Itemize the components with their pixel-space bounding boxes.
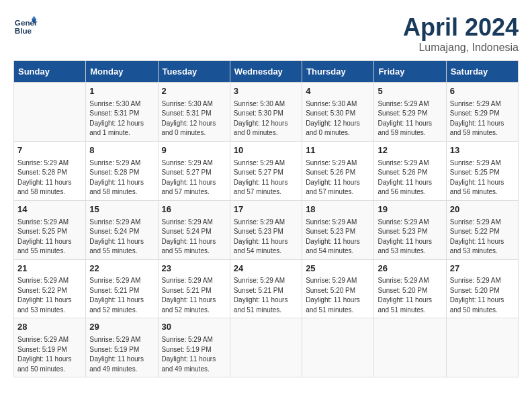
day-number: 2	[162, 85, 226, 98]
day-info: Sunrise: 5:29 AMSunset: 5:21 PMDaylight:…	[162, 276, 226, 315]
calendar-cell: 4Sunrise: 5:30 AMSunset: 5:30 PMDaylight…	[302, 83, 374, 142]
day-number: 20	[450, 203, 515, 216]
day-info: Sunrise: 5:29 AMSunset: 5:21 PMDaylight:…	[89, 276, 154, 315]
logo: General Blue	[13, 13, 38, 38]
calendar-cell: 26Sunrise: 5:29 AMSunset: 5:20 PMDayligh…	[374, 259, 446, 318]
day-info: Sunrise: 5:29 AMSunset: 5:26 PMDaylight:…	[306, 158, 370, 197]
day-info: Sunrise: 5:30 AMSunset: 5:30 PMDaylight:…	[234, 99, 298, 138]
day-info: Sunrise: 5:29 AMSunset: 5:27 PMDaylight:…	[162, 158, 226, 197]
calendar-cell: 8Sunrise: 5:29 AMSunset: 5:28 PMDaylight…	[86, 141, 158, 200]
svg-text:Blue: Blue	[15, 26, 32, 35]
calendar-cell: 10Sunrise: 5:29 AMSunset: 5:27 PMDayligh…	[230, 141, 302, 200]
day-number: 17	[234, 203, 298, 216]
calendar-week-row: 14Sunrise: 5:29 AMSunset: 5:25 PMDayligh…	[14, 200, 519, 259]
calendar-cell	[230, 318, 302, 377]
header: General Blue April 2024 Lumajang, Indone…	[13, 13, 519, 54]
day-number: 19	[378, 203, 442, 216]
calendar-cell: 2Sunrise: 5:30 AMSunset: 5:31 PMDaylight…	[158, 83, 230, 142]
calendar-cell: 11Sunrise: 5:29 AMSunset: 5:26 PMDayligh…	[302, 141, 374, 200]
day-number: 4	[306, 85, 370, 98]
calendar-cell: 7Sunrise: 5:29 AMSunset: 5:28 PMDaylight…	[14, 141, 86, 200]
day-info: Sunrise: 5:29 AMSunset: 5:20 PMDaylight:…	[306, 276, 370, 315]
day-number: 16	[162, 203, 226, 216]
calendar-cell: 20Sunrise: 5:29 AMSunset: 5:22 PMDayligh…	[446, 200, 518, 259]
day-number: 1	[89, 85, 154, 98]
day-number: 5	[378, 85, 442, 98]
day-info: Sunrise: 5:29 AMSunset: 5:25 PMDaylight:…	[450, 158, 515, 197]
calendar-week-row: 1Sunrise: 5:30 AMSunset: 5:31 PMDaylight…	[14, 83, 519, 142]
day-number: 25	[306, 263, 370, 275]
title-area: April 2024 Lumajang, Indonesia	[403, 13, 519, 54]
calendar-cell: 17Sunrise: 5:29 AMSunset: 5:23 PMDayligh…	[230, 200, 302, 259]
day-number: 11	[306, 144, 370, 157]
month-title: April 2024	[403, 13, 519, 42]
day-info: Sunrise: 5:29 AMSunset: 5:28 PMDaylight:…	[17, 158, 82, 197]
day-info: Sunrise: 5:29 AMSunset: 5:19 PMDaylight:…	[89, 335, 154, 374]
calendar-cell	[302, 318, 374, 377]
calendar-cell: 25Sunrise: 5:29 AMSunset: 5:20 PMDayligh…	[302, 259, 374, 318]
day-info: Sunrise: 5:29 AMSunset: 5:21 PMDaylight:…	[234, 276, 298, 315]
calendar-cell: 5Sunrise: 5:29 AMSunset: 5:29 PMDaylight…	[374, 83, 446, 142]
day-info: Sunrise: 5:29 AMSunset: 5:25 PMDaylight:…	[17, 218, 82, 257]
weekday-header: Sunday	[14, 61, 86, 83]
calendar-cell	[446, 318, 518, 377]
day-number: 14	[17, 203, 82, 216]
calendar-cell: 21Sunrise: 5:29 AMSunset: 5:22 PMDayligh…	[14, 259, 86, 318]
logo-icon: General Blue	[13, 13, 38, 38]
day-number: 21	[17, 263, 82, 275]
day-number: 23	[162, 263, 226, 275]
day-number: 27	[450, 263, 515, 275]
calendar-cell: 6Sunrise: 5:29 AMSunset: 5:29 PMDaylight…	[446, 83, 518, 142]
weekday-header: Thursday	[302, 61, 374, 83]
calendar-cell: 3Sunrise: 5:30 AMSunset: 5:30 PMDaylight…	[230, 83, 302, 142]
calendar-week-row: 21Sunrise: 5:29 AMSunset: 5:22 PMDayligh…	[14, 259, 519, 318]
day-info: Sunrise: 5:29 AMSunset: 5:27 PMDaylight:…	[234, 158, 298, 197]
calendar-cell: 28Sunrise: 5:29 AMSunset: 5:19 PMDayligh…	[14, 318, 86, 377]
calendar-cell: 18Sunrise: 5:29 AMSunset: 5:23 PMDayligh…	[302, 200, 374, 259]
day-info: Sunrise: 5:29 AMSunset: 5:20 PMDaylight:…	[450, 276, 515, 315]
calendar-cell: 23Sunrise: 5:29 AMSunset: 5:21 PMDayligh…	[158, 259, 230, 318]
weekday-header: Saturday	[446, 61, 518, 83]
calendar-cell: 24Sunrise: 5:29 AMSunset: 5:21 PMDayligh…	[230, 259, 302, 318]
weekday-header-row: SundayMondayTuesdayWednesdayThursdayFrid…	[14, 61, 519, 83]
day-info: Sunrise: 5:29 AMSunset: 5:20 PMDaylight:…	[378, 276, 442, 315]
day-info: Sunrise: 5:29 AMSunset: 5:28 PMDaylight:…	[89, 158, 154, 197]
day-number: 28	[17, 321, 82, 334]
day-number: 10	[234, 144, 298, 157]
day-number: 7	[17, 144, 82, 157]
calendar-cell: 9Sunrise: 5:29 AMSunset: 5:27 PMDaylight…	[158, 141, 230, 200]
calendar-cell: 14Sunrise: 5:29 AMSunset: 5:25 PMDayligh…	[14, 200, 86, 259]
day-info: Sunrise: 5:29 AMSunset: 5:23 PMDaylight:…	[234, 218, 298, 257]
calendar-cell: 12Sunrise: 5:29 AMSunset: 5:26 PMDayligh…	[374, 141, 446, 200]
day-number: 15	[89, 203, 154, 216]
calendar-cell: 29Sunrise: 5:29 AMSunset: 5:19 PMDayligh…	[86, 318, 158, 377]
day-info: Sunrise: 5:29 AMSunset: 5:29 PMDaylight:…	[450, 99, 515, 138]
calendar-cell: 13Sunrise: 5:29 AMSunset: 5:25 PMDayligh…	[446, 141, 518, 200]
calendar-cell: 19Sunrise: 5:29 AMSunset: 5:23 PMDayligh…	[374, 200, 446, 259]
calendar-table: SundayMondayTuesdayWednesdayThursdayFrid…	[13, 60, 519, 377]
day-info: Sunrise: 5:29 AMSunset: 5:22 PMDaylight:…	[450, 218, 515, 257]
day-info: Sunrise: 5:29 AMSunset: 5:29 PMDaylight:…	[378, 99, 442, 138]
weekday-header: Friday	[374, 61, 446, 83]
day-number: 9	[162, 144, 226, 157]
day-info: Sunrise: 5:29 AMSunset: 5:23 PMDaylight:…	[378, 218, 442, 257]
calendar-cell	[14, 83, 86, 142]
calendar-cell: 16Sunrise: 5:29 AMSunset: 5:24 PMDayligh…	[158, 200, 230, 259]
weekday-header: Monday	[86, 61, 158, 83]
day-number: 22	[89, 263, 154, 275]
day-number: 8	[89, 144, 154, 157]
day-info: Sunrise: 5:29 AMSunset: 5:24 PMDaylight:…	[162, 218, 226, 257]
calendar-cell: 22Sunrise: 5:29 AMSunset: 5:21 PMDayligh…	[86, 259, 158, 318]
day-info: Sunrise: 5:30 AMSunset: 5:31 PMDaylight:…	[162, 99, 226, 138]
calendar-cell: 15Sunrise: 5:29 AMSunset: 5:24 PMDayligh…	[86, 200, 158, 259]
calendar-cell	[374, 318, 446, 377]
day-number: 6	[450, 85, 515, 98]
day-number: 29	[89, 321, 154, 334]
day-number: 3	[234, 85, 298, 98]
day-number: 30	[162, 321, 226, 334]
day-info: Sunrise: 5:29 AMSunset: 5:23 PMDaylight:…	[306, 218, 370, 257]
day-info: Sunrise: 5:30 AMSunset: 5:31 PMDaylight:…	[89, 99, 154, 138]
day-number: 18	[306, 203, 370, 216]
day-info: Sunrise: 5:29 AMSunset: 5:19 PMDaylight:…	[17, 335, 82, 374]
calendar-week-row: 7Sunrise: 5:29 AMSunset: 5:28 PMDaylight…	[14, 141, 519, 200]
